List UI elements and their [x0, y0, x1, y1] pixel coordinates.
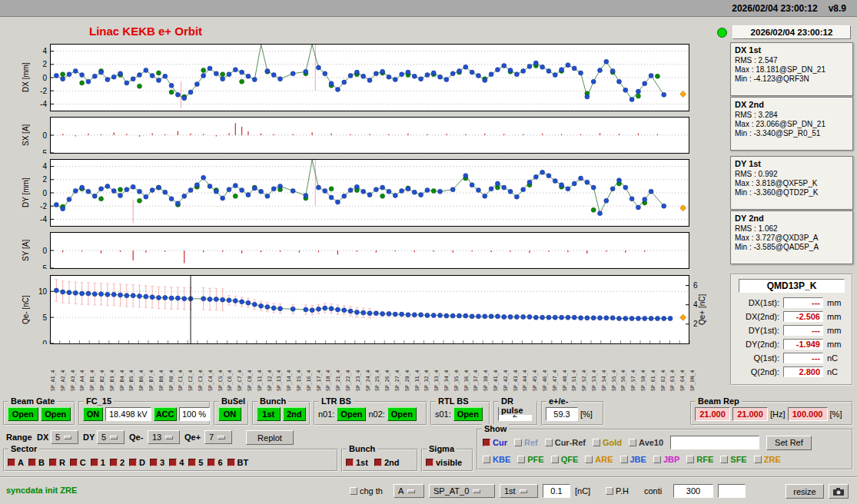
fc15-acc-button[interactable]: ACC — [154, 407, 177, 421]
checkbox-box[interactable] — [169, 459, 177, 466]
checkbox-box[interactable] — [426, 459, 433, 466]
checkbox-box[interactable] — [208, 459, 215, 466]
checkbox-box[interactable] — [49, 459, 57, 466]
checkbox-box[interactable] — [228, 459, 235, 466]
sp-at-0-dropdown[interactable]: SP_AT_0 — [429, 484, 495, 498]
checkbox-box[interactable] — [551, 456, 559, 463]
checkbox-box[interactable] — [517, 456, 525, 463]
beam-gate-open-1-button[interactable]: Open — [8, 407, 38, 421]
rtl-s01-open-button[interactable]: Open — [453, 407, 483, 421]
beam-gate-open-2-button[interactable]: Open — [41, 407, 71, 421]
checkbox-box[interactable] — [585, 456, 593, 463]
checkbox-ave10[interactable]: Ave10 — [629, 438, 663, 447]
monitor-row-unit: nC — [827, 367, 838, 376]
aux-field[interactable] — [718, 484, 746, 498]
checkbox-box[interactable] — [28, 459, 36, 466]
checkbox-cur-ref[interactable]: Cur-Ref — [545, 438, 586, 447]
checkbox-box[interactable] — [346, 459, 354, 466]
checkbox-6[interactable]: 6 — [208, 458, 222, 467]
checkbox-a[interactable]: A — [8, 458, 24, 467]
set-ref-button[interactable]: Set Ref — [766, 436, 812, 450]
chg-th-checkbox[interactable]: chg th — [350, 486, 383, 496]
checkbox-box[interactable] — [483, 439, 490, 446]
option-a-dropdown[interactable]: A — [394, 484, 424, 498]
beam-rep-field-2[interactable]: 21.000 — [732, 407, 768, 421]
checkbox-are[interactable]: ARE — [585, 455, 613, 464]
checkbox-box[interactable] — [606, 487, 613, 495]
checkbox-box[interactable] — [514, 439, 522, 446]
checkbox-box[interactable] — [545, 439, 553, 446]
group-fc15: FC_15 ON 18.498 kV ACC 100 % — [78, 401, 211, 426]
checkbox-box[interactable] — [374, 459, 382, 466]
checkbox-kbe[interactable]: KBE — [483, 455, 510, 464]
checkbox-gold[interactable]: Gold — [593, 438, 622, 447]
range-qem-dropdown[interactable]: 13 — [148, 430, 180, 444]
checkbox-box[interactable] — [754, 456, 762, 463]
range-dx-label: DX — [37, 433, 48, 442]
camera-button[interactable] — [829, 484, 849, 499]
checkbox-box[interactable] — [653, 456, 661, 463]
checkbox-box[interactable] — [483, 456, 490, 463]
checkbox-box[interactable] — [720, 456, 728, 463]
checkbox-bt[interactable]: BT — [228, 458, 249, 467]
checkbox-b[interactable]: B — [28, 458, 45, 467]
checkbox-3[interactable]: 3 — [150, 458, 164, 467]
bunch-1st-button[interactable]: 1st — [257, 407, 281, 421]
range-dx-dropdown[interactable]: 5 — [51, 430, 78, 444]
checkbox-box[interactable] — [91, 459, 98, 466]
ph-checkbox[interactable]: P.H — [606, 486, 629, 496]
checkbox-label: 4 — [179, 458, 184, 467]
checkbox-zre[interactable]: ZRE — [754, 455, 781, 464]
checkbox-box[interactable] — [350, 487, 357, 495]
checkbox-box[interactable] — [70, 459, 78, 466]
replot-button[interactable]: Replot — [246, 430, 294, 445]
threshold-field[interactable]: 0.1 — [543, 484, 570, 498]
ltr-n02-open-button[interactable]: Open — [387, 407, 417, 421]
y-axis-title-sx: SX [A] — [20, 117, 31, 154]
checkbox-box[interactable] — [150, 459, 158, 466]
checkbox-c[interactable]: C — [70, 458, 86, 467]
bunch-1st-dropdown[interactable]: 1st — [500, 484, 538, 498]
checkbox-5[interactable]: 5 — [188, 458, 203, 467]
beam-rep-field-3[interactable]: 100.000 — [788, 407, 828, 421]
checkbox-4[interactable]: 4 — [169, 458, 184, 467]
checkbox-jbp[interactable]: JBP — [653, 455, 679, 464]
checkbox-ref[interactable]: Ref — [514, 438, 538, 447]
checkbox-box[interactable] — [8, 459, 15, 466]
checkbox-visible[interactable]: visible — [426, 458, 462, 467]
checkbox-2[interactable]: 2 — [110, 458, 125, 467]
checkbox-pfe[interactable]: PFE — [517, 455, 543, 464]
fc15-on-button[interactable]: ON — [83, 407, 103, 421]
monitor-row-value: --- — [783, 353, 823, 363]
checkbox-box[interactable] — [629, 439, 636, 446]
ltr-n01-open-button[interactable]: Open — [337, 407, 366, 421]
checkbox-2nd[interactable]: 2nd — [374, 458, 400, 467]
set-ref-input[interactable] — [670, 436, 759, 449]
checkbox-box[interactable] — [620, 456, 628, 463]
checkbox-jbe[interactable]: JBE — [620, 455, 646, 464]
checkbox-1st[interactable]: 1st — [346, 458, 368, 467]
checkbox-rfe[interactable]: RFE — [686, 455, 713, 464]
range-dy-dropdown[interactable]: 5 — [97, 430, 125, 444]
checkbox-box[interactable] — [129, 459, 137, 466]
checkbox-box[interactable] — [686, 456, 694, 463]
checkbox-qfe[interactable]: QFE — [551, 455, 579, 464]
bunch-2nd-button[interactable]: 2nd — [283, 407, 307, 421]
checkbox-r[interactable]: R — [49, 458, 65, 467]
range-qep-dropdown[interactable]: 7 — [204, 430, 232, 444]
checkbox-sfe[interactable]: SFE — [720, 455, 746, 464]
fc15-kv-field[interactable]: 18.498 kV — [105, 407, 151, 421]
resize-button[interactable]: resize — [786, 484, 824, 499]
busel-on-button[interactable]: ON — [218, 407, 241, 421]
ratio-field[interactable]: 59.3 — [546, 407, 578, 421]
conti-count-field[interactable]: 300 — [673, 484, 713, 498]
checkbox-d[interactable]: D — [129, 458, 145, 467]
beam-rep-field-1[interactable]: 21.000 — [695, 407, 730, 421]
checkbox-box[interactable] — [110, 459, 118, 466]
checkbox-box[interactable] — [188, 459, 196, 466]
checkbox-box[interactable] — [593, 439, 600, 446]
stats-rms: RMS : 2.547 — [731, 55, 852, 65]
fc15-percent-field[interactable]: 100 % — [179, 407, 210, 421]
checkbox-1[interactable]: 1 — [91, 458, 105, 467]
checkbox-cur[interactable]: Cur — [483, 438, 507, 447]
